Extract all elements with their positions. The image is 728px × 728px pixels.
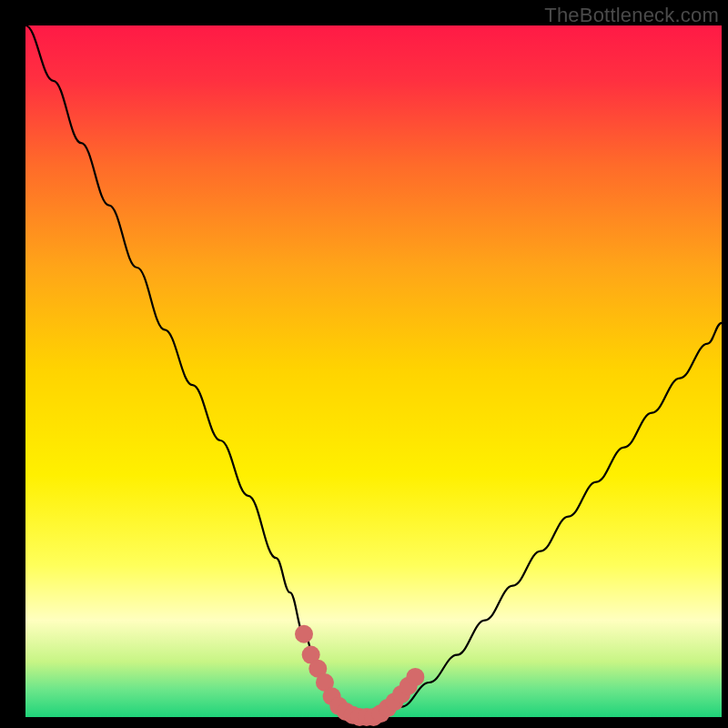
watermark-text: TheBottleneck.com: [544, 4, 719, 27]
plot-background: [25, 25, 722, 717]
marker-dot: [406, 668, 424, 686]
bottleneck-chart: [0, 0, 728, 728]
marker-dot: [295, 625, 313, 643]
chart-frame: TheBottleneck.com: [0, 0, 728, 728]
